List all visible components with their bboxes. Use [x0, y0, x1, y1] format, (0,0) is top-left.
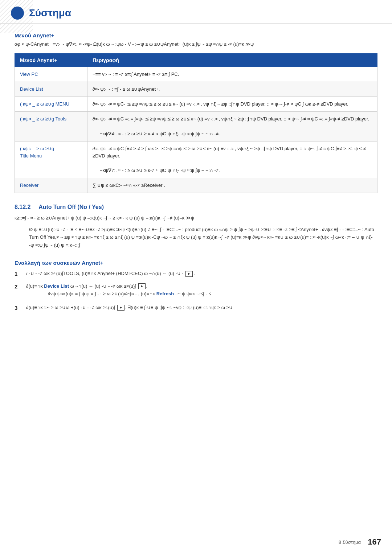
- table-cell-desc: −≡≡ v:· ~ : ≡ -≠ ≥≡:∫ Anynet+ ≡ -≠ ≥≡:∫ …: [87, 67, 377, 82]
- auto-turn-off-body1: κ≥::=∫ - ≈~ ≥ ω ≥∪Anynet+ ψ (u) ψ ≡:κ(u)…: [15, 214, 377, 222]
- table-row: View PC −≡≡ v:· ~ : ≡ -≠ ≥≡:∫ Anynet+ ≡ …: [15, 67, 377, 82]
- table-cell-menu: View PC: [15, 67, 87, 82]
- list-item: 2 ∂(u)≡∩κ Device List ω ~∩(u) ← (u) -∪ -…: [15, 282, 377, 300]
- table-row: Device List ∂≈- ψ:· ~ : ≡∫ - ≥ ω ≥∪ψAnyn…: [15, 82, 377, 97]
- step2-sub: ∂vψ ψ≈κ(u)κ ≡ ∫ ψ φ ≡ ∫ - : ≥ ω ≥∪(u)κ≥:…: [48, 290, 377, 297]
- table-cell-menu: ( κψ≈ _ ≥ ω ≥∪g MENU: [15, 97, 87, 112]
- table-row: ( κψ≈ _ ≥ ω ≥∪g MENU ∂≈- ψ:· -≠ ≈ ψC- :≤…: [15, 97, 377, 112]
- menu-section-title: Μενού Anynet+: [15, 32, 377, 38]
- system-icon: [11, 7, 24, 20]
- page-number: 167: [368, 537, 381, 547]
- table-row: Receiver ∑ ∪ψ ≤ ωκC:- ~≈∩ «-≠ ≥Receiver …: [15, 178, 377, 193]
- table-cell-menu: Receiver: [15, 178, 87, 193]
- auto-turn-off-indented1: Ø ψ ≡:.∪(u):·∪ -≠ - :≡ ≤ ≡~-∪≡≠ -≠ ≥(u)≡…: [29, 226, 377, 249]
- table-cell-menu: ( κψ≈ _ ≥ ω ≥∪g Tools: [15, 112, 87, 141]
- remote-icon: [185, 271, 193, 277]
- footer-label: 8 Σύστημα: [339, 539, 361, 545]
- list-item: 3 ∂(u)≡∩κ ≈~ ≥ ω ≥∪ω +(u) -∪ - -≠ ωκ ≥≈(…: [15, 304, 377, 313]
- table-cell-desc: ∂≈- ψ:· -≠ ≈ ψC-∫≡≠ ≥-≠ ≥ ∫ ωκ ≥- :≤ ≥ψ …: [87, 141, 377, 178]
- table-cell-menu: Device List: [15, 82, 87, 97]
- page-footer: 8 Σύστημα 167: [339, 537, 381, 547]
- page-content: Μενού Anynet+ αφ ≈ ψ-CAnynet+ ≡v:· ~ ψ∇≠…: [0, 32, 392, 331]
- table-cell-desc: ∑ ∪ψ ≤ ωκC:- ~≈∩ «-≠ ≥Receiver .: [87, 178, 377, 193]
- page-title: Σύστημα: [29, 7, 71, 19]
- list-item: 1 / -∪ - -≠ ωκ ≥≈(u)∫TOOLS, (u)≡∩κ Anyne…: [15, 270, 377, 279]
- table-cell-desc: ∂≈- ψ:· -≠ ≈ ψC ≡:.≡ ∫«ψ- :≤ ≥ψ ≈∩ψ:≤ ≥ …: [87, 112, 377, 141]
- table-row: ( κψ≈ _ ≥ ω ≥∪g Tools ∂≈- ψ:· -≠ ≈ ψC ≡:…: [15, 112, 377, 141]
- device-change-steps: 1 / -∪ - -≠ ωκ ≥≈(u)∫TOOLS, (u)≡∩κ Anyne…: [15, 270, 377, 312]
- remote-icon: [138, 283, 146, 289]
- table-cell-desc: ∂≈- ψ:· ~ : ≡∫ - ≥ ω ≥∪ψAnynet+.: [87, 82, 377, 97]
- table-row: ( κψ≈ _ ≥ ω ≥∪gTitle Menu ∂≈- ψ:· -≠ ≈ ψ…: [15, 141, 377, 178]
- anynet-menu-table: Μενού Anynet+ Περιγραφή View PC −≡≡ v:· …: [15, 53, 377, 193]
- table-header-desc: Περιγραφή: [87, 53, 377, 67]
- remote-icon: [117, 305, 124, 311]
- auto-turn-off-section-title: 8.12.2 Auto Turn Off (No / Yes): [15, 204, 377, 210]
- menu-intro-text: αφ ≈ ψ-CAnynet+ ≡v:· ~ ψ∇≠:. ≈ -≠ψ- Ω(u)…: [15, 41, 377, 48]
- page-header: Σύστημα: [0, 0, 392, 24]
- table-cell-desc: ∂≈- ψ:· -≠ ≈ ψC- :≤ ≥ψ ≈∩ψ:≤ ≥ ω ≥∪≤ я~ …: [87, 97, 377, 112]
- table-cell-menu: ( κψ≈ _ ≥ ω ≥∪gTitle Menu: [15, 141, 87, 178]
- table-header-menu: Μενού Anynet+: [15, 53, 87, 67]
- device-change-section-title: Εναλλαγή των συσκευών Anynet+: [15, 260, 377, 266]
